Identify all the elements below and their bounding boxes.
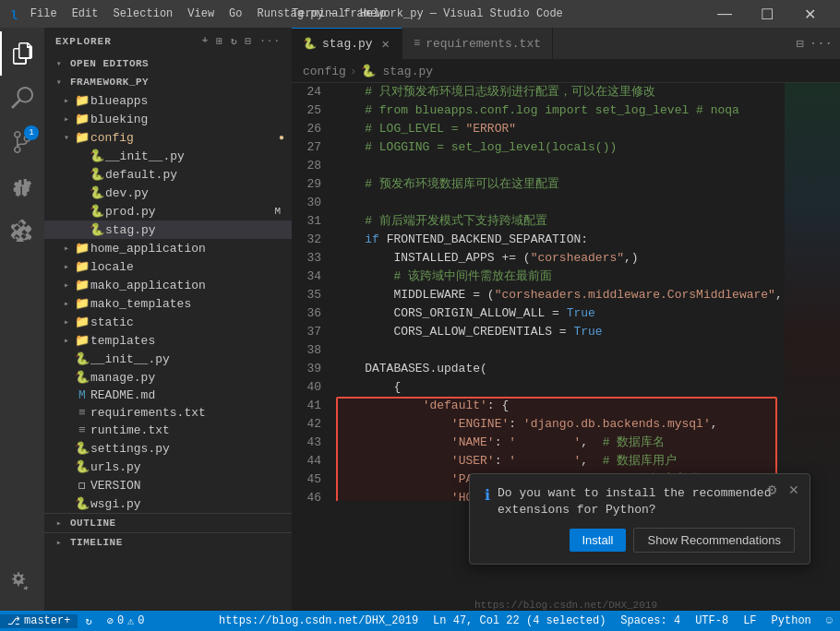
status-sync[interactable]: ↻	[78, 614, 99, 628]
minimize-button[interactable]: —	[703, 0, 746, 28]
activity-explorer[interactable]	[0, 31, 44, 76]
item-label: __init__.py	[105, 149, 284, 163]
sidebar-item-mako-app[interactable]: ▸ 📁 mako_application	[44, 276, 292, 294]
feedback-icon: ☺	[826, 614, 833, 627]
code-line-31: # 前后端开发模式下支持跨域配置	[336, 212, 777, 231]
outline-header[interactable]: ▸ OUTLINE	[44, 514, 292, 532]
item-label: mako_templates	[90, 297, 284, 311]
more-actions-icon[interactable]: ···	[810, 36, 833, 51]
status-position[interactable]: Ln 47, Col 22 (4 selected)	[426, 614, 613, 627]
activity-settings[interactable]	[0, 559, 44, 603]
tab-close-stag[interactable]: ✕	[382, 36, 390, 52]
notification-actions: Install Show Recommendations	[485, 528, 795, 553]
sidebar-content: ▾ OPEN EDITORS ▾ FRAMEWORK_PY ▸ 📁 blueap…	[44, 54, 292, 611]
maximize-button[interactable]: ☐	[746, 0, 788, 28]
project-header[interactable]: ▾ FRAMEWORK_PY	[44, 73, 292, 91]
sidebar-item-blueapps[interactable]: ▸ 📁 blueapps	[44, 91, 292, 110]
split-editor-icon[interactable]: ⊟	[796, 36, 803, 52]
sidebar-item-default[interactable]: 🐍 default.py	[44, 165, 292, 184]
editor-area: 🐍 stag.py ✕ ≡ requirements.txt ⊟ ··· con…	[292, 28, 840, 611]
menu-edit[interactable]: Edit	[72, 7, 99, 20]
py-file-icon: 🐍	[89, 185, 105, 200]
menu-selection[interactable]: Selection	[113, 7, 173, 20]
error-count: 0	[117, 614, 124, 627]
open-editors-header[interactable]: ▾ OPEN EDITORS	[44, 54, 292, 73]
sidebar-header-actions: + ⊞ ↻ ⊟ ···	[202, 35, 281, 47]
item-label: blueapps	[90, 94, 284, 108]
breadcrumb-file[interactable]: 🐍 stag.py	[361, 64, 433, 78]
collapse-icon[interactable]: ⊟	[246, 35, 253, 47]
sidebar-item-readme[interactable]: M README.md	[44, 387, 292, 404]
code-editor[interactable]: # 只对预发布环境日志级别进行配置，可以在这里修改 # from blueapp…	[329, 83, 785, 501]
show-recommendations-button[interactable]: Show Recommendations	[633, 528, 795, 553]
folder-chevron: ▸	[59, 316, 74, 327]
status-errors[interactable]: ⊘ 0 ⚠ 0	[100, 614, 152, 628]
item-label: __init__.py	[90, 352, 284, 366]
code-line-29: # 预发布环境数据库可以在这里配置	[336, 175, 777, 194]
activity-extensions[interactable]	[0, 208, 44, 253]
tab-stag[interactable]: 🐍 stag.py ✕	[292, 28, 402, 59]
sidebar-item-runtime[interactable]: ≡ runtime.txt	[44, 422, 292, 439]
sidebar-item-stag[interactable]: 🐍 stag.py	[44, 220, 292, 239]
status-encoding[interactable]: UTF-8	[688, 614, 736, 627]
sidebar-item-manage[interactable]: 🐍 manage.py	[44, 368, 292, 387]
timeline-header[interactable]: ▸ TIMELINE	[44, 533, 292, 552]
py-file-icon: 🐍	[74, 459, 90, 474]
code-line-39: DATABASES.update(	[336, 360, 777, 378]
tab-label-stag: stag.py	[322, 37, 373, 51]
branch-name: master+	[24, 614, 70, 627]
sidebar-item-blueking[interactable]: ▸ 📁 blueking	[44, 110, 292, 128]
refresh-icon[interactable]: ↻	[231, 35, 238, 47]
sidebar-item-urls[interactable]: 🐍 urls.py	[44, 458, 292, 476]
notification-close-button[interactable]: ✕	[784, 480, 804, 500]
sidebar-item-requirements[interactable]: ≡ requirements.txt	[44, 404, 292, 422]
status-feedback[interactable]: ☺	[819, 614, 840, 627]
more-icon[interactable]: ···	[259, 35, 281, 47]
code-line-27: # LOGGING = set_log_level(locals())	[336, 138, 777, 157]
item-label: blueking	[90, 113, 284, 126]
item-label: templates	[90, 334, 284, 348]
activity-source-control[interactable]: 1	[0, 120, 44, 164]
sidebar-item-home[interactable]: ▸ 📁 home_application	[44, 239, 292, 257]
new-file-icon[interactable]: +	[202, 35, 210, 47]
sidebar-item-static[interactable]: ▸ 📁 static	[44, 313, 292, 331]
sidebar-item-init-root[interactable]: 🐍 __init__.py	[44, 350, 292, 368]
item-label: locale	[90, 260, 284, 274]
sidebar-item-mako-templates[interactable]: ▸ 📁 mako_templates	[44, 294, 292, 313]
notification-info-icon: ℹ	[485, 486, 490, 505]
breadcrumb-config[interactable]: config	[303, 65, 346, 78]
status-branch[interactable]: ⎇ master+	[0, 614, 78, 628]
notification-settings-button[interactable]: ⚙	[762, 480, 782, 500]
code-line-44: 'USER': ' ', # 数据库用户	[336, 452, 777, 470]
new-folder-icon[interactable]: ⊞	[216, 35, 223, 47]
close-button[interactable]: ✕	[788, 0, 831, 28]
tab-requirements[interactable]: ≡ requirements.txt	[402, 28, 553, 59]
code-line-32: if FRONTEND_BACKEND_SEPARATION:	[336, 231, 777, 249]
status-spaces[interactable]: Spaces: 4	[613, 614, 688, 627]
menu-file[interactable]: File	[30, 7, 57, 20]
position-text: Ln 47, Col 22 (4 selected)	[433, 614, 606, 627]
sidebar-item-init[interactable]: 🐍 __init__.py	[44, 147, 292, 165]
outline-label: OUTLINE	[70, 518, 116, 529]
install-button[interactable]: Install	[570, 529, 627, 552]
status-language[interactable]: Python	[764, 614, 819, 627]
menu-run[interactable]: Run	[258, 7, 278, 20]
item-label: wsgi.py	[90, 497, 284, 511]
activity-debug[interactable]	[0, 164, 44, 208]
sidebar-item-version[interactable]: ◻ VERSION	[44, 476, 292, 494]
sidebar-item-prod[interactable]: 🐍 prod.py M	[44, 202, 292, 220]
file-icon: ◻	[74, 478, 90, 493]
sidebar-item-config[interactable]: ▾ 📁 config ●	[44, 128, 292, 147]
code-line-35: MIDDLEWARE = ("corsheaders.middleware.Co…	[336, 286, 777, 304]
activity-search[interactable]	[0, 76, 44, 120]
sidebar-item-settings[interactable]: 🐍 settings.py	[44, 439, 292, 458]
sidebar-item-wsgi[interactable]: 🐍 wsgi.py	[44, 494, 292, 513]
menu-view[interactable]: View	[187, 7, 214, 20]
txt-file-icon: ≡	[74, 406, 90, 420]
sidebar-item-dev[interactable]: 🐍 dev.py	[44, 184, 292, 202]
sidebar-item-locale[interactable]: ▸ 📁 locale	[44, 257, 292, 276]
code-line-24: # 只对预发布环境日志级别进行配置，可以在这里修改	[336, 83, 777, 101]
status-line-ending[interactable]: LF	[736, 614, 763, 627]
menu-go[interactable]: Go	[229, 7, 242, 20]
sidebar-item-templates[interactable]: ▸ 📁 templates	[44, 331, 292, 350]
